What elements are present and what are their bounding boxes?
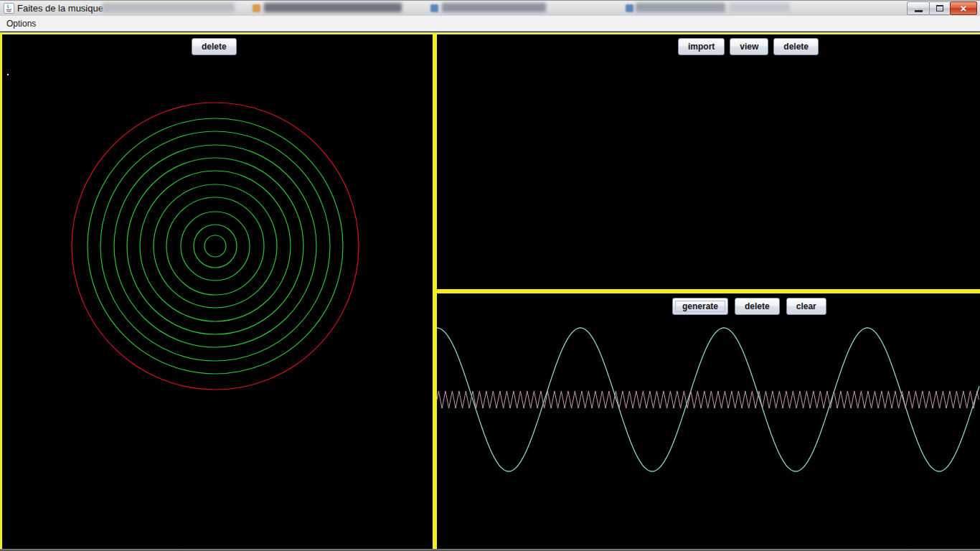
generate-button[interactable]: generate (672, 298, 728, 315)
high-frequency-wave (437, 391, 979, 408)
menu-bar: Options (0, 16, 980, 32)
waveform-toolbar: generate delete clear (672, 298, 826, 315)
waveform-panel: generate delete clear (437, 293, 980, 549)
blurred-text-region (102, 3, 235, 12)
delete-wave-button[interactable]: delete (735, 298, 780, 315)
blurred-icon (626, 4, 633, 12)
window-title: Faites de la musique ! (17, 3, 108, 14)
blurred-text-region (636, 3, 725, 12)
blurred-text-region (442, 3, 546, 12)
low-frequency-wave (437, 328, 979, 471)
delete-circles-button[interactable]: delete (192, 38, 237, 55)
circles-canvas[interactable] (2, 34, 433, 549)
blurred-icon (253, 4, 260, 12)
minimize-icon (915, 10, 923, 12)
circles-panel: delete (2, 34, 433, 549)
circles-toolbar: delete (192, 38, 237, 55)
close-button[interactable]: × (950, 1, 977, 15)
java-app-icon (4, 3, 14, 14)
menu-options[interactable]: Options (0, 16, 42, 31)
delete-library-button[interactable]: delete (773, 38, 819, 55)
import-button[interactable]: import (678, 38, 725, 55)
content-area: delete import view delete generate delet… (0, 32, 980, 549)
waveform-canvas[interactable] (437, 293, 980, 549)
close-icon: × (961, 2, 967, 14)
library-toolbar: import view delete (678, 38, 819, 55)
blurred-text-region (729, 3, 790, 12)
blurred-icon (430, 4, 438, 12)
stray-pixel (7, 74, 9, 75)
clear-button[interactable]: clear (786, 298, 826, 315)
library-panel: import view delete (437, 34, 980, 289)
minimize-button[interactable] (907, 1, 930, 15)
maximize-button[interactable] (929, 1, 951, 15)
maximize-icon (936, 5, 943, 11)
app-window: Faites de la musique ! × Options delete (0, 0, 980, 551)
window-controls: × (908, 1, 977, 15)
title-bar: Faites de la musique ! × (0, 0, 980, 16)
blurred-text-region (264, 3, 402, 12)
view-button[interactable]: view (730, 38, 768, 55)
